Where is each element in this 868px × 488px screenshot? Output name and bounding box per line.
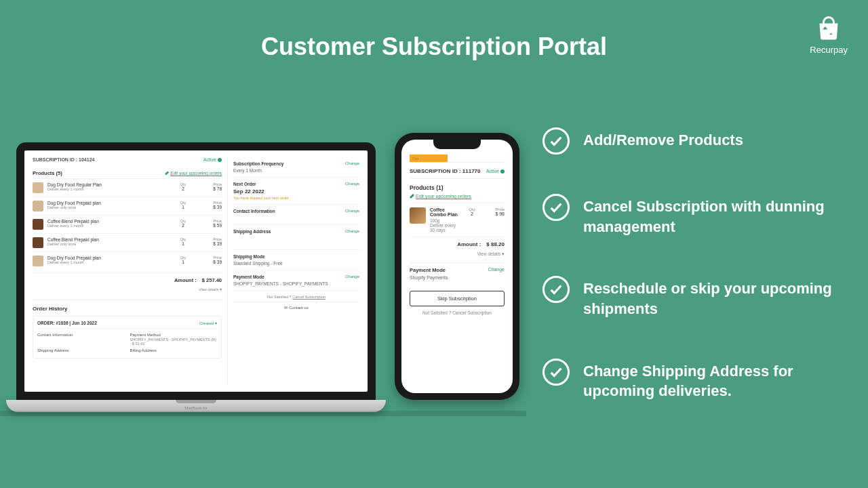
skip-subscription-button[interactable]: Skip Subscription bbox=[410, 291, 505, 306]
frequency-value: Every 1 Month bbox=[233, 168, 359, 173]
next-order-date: Sep 22 2022 bbox=[233, 188, 359, 195]
price-value: $ 39 bbox=[197, 205, 222, 209]
product-name: Coffee Blend Prepaid plan bbox=[47, 237, 169, 242]
phone-edit-orders-link[interactable]: Edit your upcoming orders bbox=[410, 194, 505, 203]
product-subtext: Deliver every 1 month bbox=[47, 224, 169, 228]
product-name: Coffee Blend Prepaid plan bbox=[47, 219, 169, 224]
phone-payment-mode-label: Payment Mode bbox=[410, 267, 446, 273]
product-thumb-icon bbox=[33, 256, 43, 266]
product-thumb-icon bbox=[33, 237, 43, 248]
bag-icon bbox=[816, 16, 841, 41]
check-icon bbox=[542, 359, 570, 386]
price-value: $ 39 bbox=[197, 241, 222, 246]
payment-mode-label: Payment Mode bbox=[233, 274, 264, 279]
payment-method-value: SHOPIFY_PAYMENTS - SHOPIFY_PAYMENTS (R) … bbox=[130, 338, 218, 346]
product-name: Dog Dry Food Prepaid plan bbox=[47, 256, 169, 260]
phone-subscription-id: SUBSCRIPTION ID : 111770 bbox=[410, 168, 481, 174]
phone-cancel-subscription-link[interactable]: Cancel Subscription bbox=[452, 310, 492, 315]
feature-text: Cancel Subscription with dunning managem… bbox=[583, 194, 841, 237]
payment-mode-value: SHOPIFY_PAYMENTS - SHOPIFY_PAYMENTS bbox=[233, 281, 359, 286]
shipping-address-label: Shipping Address bbox=[37, 348, 125, 352]
billing-address-label: Billing Address bbox=[130, 348, 218, 352]
page-title: Customer Subscription Portal bbox=[261, 33, 607, 61]
change-frequency-link[interactable]: Change bbox=[345, 161, 359, 166]
phone-amount-value: $ 88.20 bbox=[486, 241, 505, 247]
change-next-order-link[interactable]: Change bbox=[345, 182, 359, 186]
order-header: ORDER: #1036 | Jun 10 2022 bbox=[37, 321, 97, 325]
phone-view-details-link[interactable]: View details ▾ bbox=[410, 251, 505, 262]
edit-orders-link[interactable]: Edit your upcoming orders bbox=[165, 170, 222, 176]
check-icon bbox=[542, 194, 570, 221]
phone-topbar: Oct bbox=[410, 155, 505, 163]
phone-change-payment-link[interactable]: Change bbox=[488, 267, 505, 273]
coffee-thumb-icon bbox=[410, 207, 426, 224]
product-thumb-icon bbox=[33, 182, 43, 193]
feature-item: Add/Remove Products bbox=[542, 127, 841, 155]
order-card: ORDER: #1036 | Jun 10 2022 Created ▾ Con… bbox=[33, 316, 222, 359]
shipping-mode-label: Shipping Mode bbox=[233, 254, 265, 259]
feature-text: Add/Remove Products bbox=[583, 127, 743, 150]
shipping-mode-value: Standard Shipping - Free bbox=[233, 261, 359, 266]
not-satisfied-text: Not Satisfied ? bbox=[267, 295, 292, 299]
price-value: $ 39 bbox=[197, 260, 222, 264]
product-row: Coffee Blend Prepaid planDeliver only on… bbox=[33, 233, 222, 251]
phone-product-row: Coffee Combo Plan 100g Deliver every 30 … bbox=[410, 203, 505, 237]
phone-price-value: $ 98 bbox=[484, 211, 505, 216]
shipping-address-side-label: Shipping Address bbox=[233, 229, 271, 234]
products-heading: Products (5) bbox=[33, 170, 62, 176]
next-order-label: Next Order bbox=[233, 182, 256, 186]
product-name: Dog Dry Food Prepaid plan bbox=[47, 201, 169, 205]
payment-method-label: Payment Method bbox=[130, 333, 218, 337]
view-details-link[interactable]: View details ▾ bbox=[33, 287, 222, 296]
skip-warning: You have skipped your next order bbox=[233, 196, 359, 200]
change-contact-link[interactable]: Change bbox=[345, 209, 359, 214]
shelf-shadow bbox=[0, 411, 526, 416]
qty-value: 1 bbox=[173, 205, 193, 209]
product-subtext: Deliver only once bbox=[47, 242, 169, 246]
product-row: Dog Dry Food Prepaid planDeliver only on… bbox=[33, 197, 222, 215]
product-name: Dog Dry Food Regular Plan bbox=[47, 182, 169, 187]
price-value: $ 78 bbox=[197, 186, 222, 191]
product-subtext: Deliver every 1 month bbox=[47, 260, 169, 264]
product-subtext: Deliver every 1 month bbox=[47, 187, 169, 191]
cancel-subscription-link[interactable]: Cancel Subscription bbox=[292, 295, 326, 299]
feature-text: Change Shipping Address for upcoming del… bbox=[583, 359, 841, 401]
contact-us-link[interactable]: ✉ Contact us bbox=[233, 302, 359, 310]
phone-mockup: Oct SUBSCRIPTION ID : 111770 Active Prod… bbox=[395, 133, 519, 400]
phone-product-sub: 100g Deliver every 30 days bbox=[430, 218, 460, 232]
qty-value: 1 bbox=[173, 241, 193, 246]
order-status-link[interactable]: Created ▾ bbox=[199, 321, 217, 325]
phone-status-badge: Active bbox=[486, 169, 505, 174]
price-value: $ 59 bbox=[197, 223, 222, 228]
phone-payment-mode-value: Shopify Payments bbox=[410, 275, 505, 280]
phone-product-name: Coffee Combo Plan bbox=[430, 207, 460, 217]
laptop-mockup: SUBSCRIPTION ID : 104124 Active Products… bbox=[9, 142, 382, 412]
subscription-id: SUBSCRIPTION ID : 104124 bbox=[33, 157, 94, 162]
features-list: Add/Remove Products Cancel Subscription … bbox=[542, 127, 841, 441]
change-shipping-link[interactable]: Change bbox=[345, 229, 359, 234]
feature-item: Cancel Subscription with dunning managem… bbox=[542, 194, 841, 237]
laptop-caption: MacBook Air bbox=[184, 406, 208, 410]
phone-amount-label: Amount : bbox=[457, 241, 481, 247]
phone-qty-value: 2 bbox=[464, 211, 480, 216]
contact-info-label: Contact Information bbox=[37, 333, 125, 346]
change-payment-link[interactable]: Change bbox=[345, 274, 359, 279]
product-row: Dog Dry Food Regular PlanDeliver every 1… bbox=[33, 178, 222, 197]
phone-products-heading: Products (1) bbox=[410, 179, 505, 194]
feature-text: Reschedule or skip your upcoming shipmen… bbox=[583, 276, 841, 319]
order-history-heading: Order History bbox=[33, 300, 222, 316]
product-thumb-icon bbox=[33, 219, 43, 230]
phone-not-satisfied-text: Not Satisfied ? bbox=[422, 310, 451, 315]
product-subtext: Deliver only once bbox=[47, 205, 169, 209]
feature-item: Change Shipping Address for upcoming del… bbox=[542, 359, 841, 401]
check-icon bbox=[542, 127, 570, 155]
brand-name: Recurpay bbox=[810, 45, 848, 55]
brand-logo: Recurpay bbox=[810, 16, 848, 55]
product-row: Coffee Blend Prepaid planDeliver every 1… bbox=[33, 215, 222, 233]
check-icon bbox=[542, 276, 570, 303]
amount-value: $ 257.40 bbox=[202, 277, 222, 283]
qty-value: 2 bbox=[173, 223, 193, 228]
product-row: Dog Dry Food Prepaid planDeliver every 1… bbox=[33, 251, 222, 270]
qty-value: 2 bbox=[173, 186, 193, 191]
amount-label: Amount : bbox=[174, 277, 197, 283]
